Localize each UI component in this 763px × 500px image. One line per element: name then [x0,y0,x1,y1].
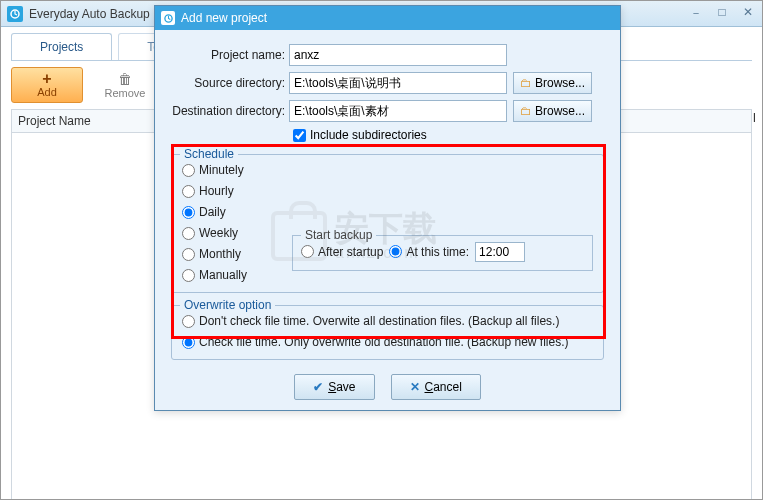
radio-overwrite-new[interactable]: Check file time. Only overwrite old dest… [182,335,593,349]
remove-button[interactable]: 🗑 Remove [89,67,161,103]
folder-icon: 🗀 [520,76,532,90]
app-icon [7,6,23,22]
browse-dest-button[interactable]: 🗀Browse... [513,100,592,122]
maximize-button[interactable]: □ [714,5,730,22]
project-name-input[interactable] [289,44,507,66]
schedule-options: Minutely Hourly Daily Weekly Monthly Man… [182,163,292,282]
browse-label: Browse... [535,76,585,90]
label-dest-dir: Destination directory: [171,104,289,118]
plus-icon: + [12,72,82,86]
col-i: I [753,111,756,125]
start-backup-label: Start backup [301,228,376,242]
time-input[interactable] [475,242,525,262]
cancel-rest: ancel [433,380,462,394]
radio-hourly[interactable]: Hourly [182,184,292,198]
dialog-titlebar: Add new project [155,6,620,30]
dialog-icon [161,11,175,25]
dialog-buttons: ✔Save ✕Cancel [171,374,604,400]
radio-weekly[interactable]: Weekly [182,226,292,240]
save-rest: ave [336,380,355,394]
start-backup-area: Start backup After startup At this time: [292,163,593,282]
row-include-sub: Include subdirectories [293,128,604,142]
source-dir-input[interactable] [289,72,507,94]
include-sub-label: Include subdirectories [310,128,427,142]
close-button[interactable]: ✕ [740,5,756,22]
folder-icon: 🗀 [520,104,532,118]
row-dest-dir: Destination directory: 🗀Browse... [171,100,604,122]
browse-source-button[interactable]: 🗀Browse... [513,72,592,94]
label-project-name: Project name: [171,48,289,62]
radio-minutely[interactable]: Minutely [182,163,292,177]
row-source-dir: Source directory: 🗀Browse... [171,72,604,94]
add-project-dialog: Add new project Project name: Source dir… [154,5,621,411]
window-controls: － □ ✕ [688,5,756,22]
save-button[interactable]: ✔Save [294,374,374,400]
row-project-name: Project name: [171,44,604,66]
radio-monthly[interactable]: Monthly [182,247,292,261]
remove-label: Remove [89,87,161,99]
schedule-legend: Schedule [180,147,238,161]
trash-icon: 🗑 [89,71,161,87]
dest-dir-input[interactable] [289,100,507,122]
radio-manually[interactable]: Manually [182,268,292,282]
tab-projects[interactable]: Projects [11,33,112,60]
schedule-fieldset: Schedule Minutely Hourly Daily Weekly Mo… [171,154,604,293]
radio-daily[interactable]: Daily [182,205,292,219]
minimize-button[interactable]: － [688,5,704,22]
label-source-dir: Source directory: [171,76,289,90]
overwrite-legend: Overwrite option [180,298,275,312]
radio-at-time[interactable]: At this time: [389,245,469,259]
radio-overwrite-all[interactable]: Don't check file time. Overwite all dest… [182,314,593,328]
add-button[interactable]: + Add [11,67,83,103]
radio-after-startup[interactable]: After startup [301,245,383,259]
browse-label: Browse... [535,104,585,118]
check-icon: ✔ [313,380,323,394]
cancel-button[interactable]: ✕Cancel [391,374,481,400]
dialog-title: Add new project [181,11,267,25]
include-sub-checkbox[interactable] [293,129,306,142]
x-icon: ✕ [410,380,420,394]
add-label: Add [12,86,82,98]
dialog-body: Project name: Source directory: 🗀Browse.… [155,30,620,410]
overwrite-fieldset: Overwrite option Don't check file time. … [171,305,604,360]
